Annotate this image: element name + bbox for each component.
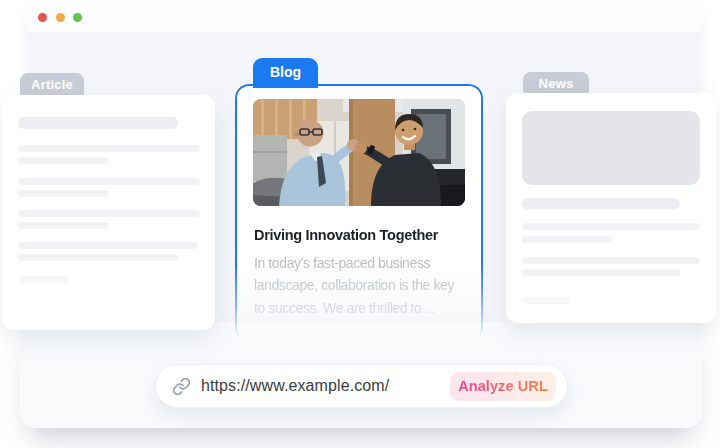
blog-excerpt: In today’s fast-paced business landscape… xyxy=(254,252,480,319)
blog-excerpt-line: In today’s fast-paced business xyxy=(254,252,480,274)
skeleton-line xyxy=(522,297,570,304)
close-dot-icon[interactable] xyxy=(38,13,47,22)
article-preview-card xyxy=(2,95,215,330)
news-preview-card xyxy=(506,93,716,323)
skeleton-line xyxy=(18,210,200,217)
skeleton-line xyxy=(522,198,680,209)
skeleton-line xyxy=(18,190,108,197)
browser-titlebar xyxy=(28,3,700,33)
tab-blog-label: Blog xyxy=(270,64,301,80)
blog-excerpt-line: landscape, collaboration is the key xyxy=(254,274,480,296)
blog-title: Driving Innovation Together xyxy=(254,227,469,243)
two-colleagues-fist-bump-photo xyxy=(253,99,465,206)
skeleton-line xyxy=(18,242,198,249)
skeleton-line xyxy=(18,254,178,261)
skeleton-line xyxy=(18,222,108,229)
skeleton-line xyxy=(522,236,612,243)
blog-excerpt-line: to success. We are thrilled to… xyxy=(254,297,480,319)
skeleton-line xyxy=(522,269,680,276)
skeleton-line xyxy=(18,117,178,129)
blog-preview-card: Driving Innovation Together In today’s f… xyxy=(235,84,483,342)
skeleton-line xyxy=(522,257,700,264)
tab-blog[interactable]: Blog xyxy=(253,58,318,88)
analyze-url-button-label: Analyze URL xyxy=(458,378,548,394)
analyze-url-button[interactable]: Analyze URL xyxy=(450,372,556,401)
image-placeholder xyxy=(522,111,700,185)
url-analyzer-illustration: Article News xyxy=(0,0,720,448)
skeleton-line xyxy=(18,145,200,152)
url-input[interactable]: https://www.example.com/ xyxy=(201,377,389,395)
maximize-dot-icon[interactable] xyxy=(73,13,82,22)
minimize-dot-icon[interactable] xyxy=(56,13,65,22)
tab-news-label: News xyxy=(539,76,574,91)
skeleton-line xyxy=(522,223,700,230)
url-bar[interactable]: https://www.example.com/ Analyze URL xyxy=(155,364,568,408)
link-icon xyxy=(172,377,191,396)
skeleton-line xyxy=(18,276,68,283)
blog-photo xyxy=(253,99,465,206)
tab-article-label: Article xyxy=(31,77,73,92)
skeleton-line xyxy=(18,178,200,185)
skeleton-line xyxy=(18,157,108,164)
